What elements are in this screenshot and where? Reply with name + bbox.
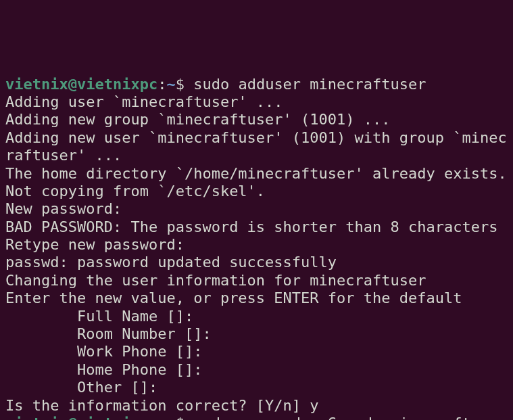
output-line: passwd: password updated successfully — [5, 254, 508, 271]
terminal-window[interactable]: vietnix@vietnixpc:~$ sudo adduser minecr… — [5, 76, 508, 420]
output-line: Retype new password: — [5, 236, 508, 254]
output-line: Changing the user information for minecr… — [5, 272, 508, 289]
output-line: New password: — [5, 200, 508, 218]
command-1: sudo adduser minecraftuser — [193, 76, 426, 93]
output-line: Adding user `minecraftuser' ... — [5, 93, 508, 111]
output-line: Home Phone []: — [5, 361, 508, 379]
output-line: Other []: — [5, 379, 508, 396]
prompt-line-1: vietnix@vietnixpc:~$ sudo adduser minecr… — [5, 76, 508, 93]
output-line: Full Name []: — [5, 308, 508, 325]
command-2: sudo usermod -aG sudo minecraftuser — [193, 415, 507, 420]
output-line: Enter the new value, or press ENTER for … — [5, 289, 508, 307]
path-2: ~ — [166, 415, 175, 420]
output-line: Work Phone []: — [5, 343, 508, 360]
output-line: Is the information correct? [Y/n] y — [5, 397, 508, 415]
output-line: Room Number []: — [5, 325, 508, 343]
output-line: Adding new group `minecraftuser' (1001) … — [5, 111, 508, 129]
output-line: Adding new user `minecraftuser' (1001) w… — [5, 129, 508, 165]
prompt-line-2: vietnix@vietnixpc:~$ sudo usermod -aG su… — [5, 415, 508, 420]
output-line: The home directory `/home/minecraftuser'… — [5, 165, 508, 201]
output-line: BAD PASSWORD: The password is shorter th… — [5, 218, 508, 236]
user-host-2: vietnix@vietnixpc — [5, 415, 157, 420]
user-host-1: vietnix@vietnixpc — [5, 76, 157, 93]
symbol-2: $ — [176, 415, 185, 420]
path-1: ~ — [166, 76, 175, 93]
symbol-1: $ — [176, 76, 185, 93]
